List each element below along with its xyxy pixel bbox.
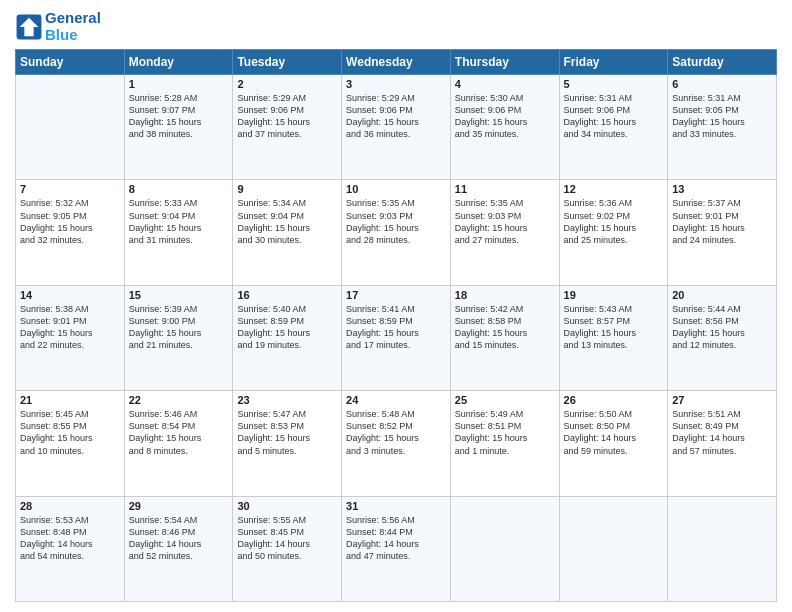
calendar-cell: 10Sunrise: 5:35 AM Sunset: 9:03 PM Dayli… <box>342 180 451 285</box>
day-number: 2 <box>237 78 337 90</box>
day-number: 24 <box>346 394 446 406</box>
day-number: 25 <box>455 394 555 406</box>
calendar-cell: 16Sunrise: 5:40 AM Sunset: 8:59 PM Dayli… <box>233 285 342 390</box>
cell-text: Sunrise: 5:32 AM Sunset: 9:05 PM Dayligh… <box>20 197 120 246</box>
day-header-sunday: Sunday <box>16 50 125 75</box>
day-number: 16 <box>237 289 337 301</box>
day-number: 28 <box>20 500 120 512</box>
day-number: 5 <box>564 78 664 90</box>
calendar-cell: 14Sunrise: 5:38 AM Sunset: 9:01 PM Dayli… <box>16 285 125 390</box>
logo: General Blue <box>15 10 101 43</box>
calendar-cell: 25Sunrise: 5:49 AM Sunset: 8:51 PM Dayli… <box>450 391 559 496</box>
calendar-cell: 27Sunrise: 5:51 AM Sunset: 8:49 PM Dayli… <box>668 391 777 496</box>
calendar-cell: 15Sunrise: 5:39 AM Sunset: 9:00 PM Dayli… <box>124 285 233 390</box>
cell-text: Sunrise: 5:38 AM Sunset: 9:01 PM Dayligh… <box>20 303 120 352</box>
calendar-cell: 5Sunrise: 5:31 AM Sunset: 9:06 PM Daylig… <box>559 75 668 180</box>
cell-text: Sunrise: 5:35 AM Sunset: 9:03 PM Dayligh… <box>346 197 446 246</box>
calendar-cell: 13Sunrise: 5:37 AM Sunset: 9:01 PM Dayli… <box>668 180 777 285</box>
cell-text: Sunrise: 5:53 AM Sunset: 8:48 PM Dayligh… <box>20 514 120 563</box>
cell-text: Sunrise: 5:37 AM Sunset: 9:01 PM Dayligh… <box>672 197 772 246</box>
cell-text: Sunrise: 5:28 AM Sunset: 9:07 PM Dayligh… <box>129 92 229 141</box>
calendar-cell: 31Sunrise: 5:56 AM Sunset: 8:44 PM Dayli… <box>342 496 451 601</box>
day-number: 12 <box>564 183 664 195</box>
day-header-monday: Monday <box>124 50 233 75</box>
cell-text: Sunrise: 5:43 AM Sunset: 8:57 PM Dayligh… <box>564 303 664 352</box>
day-number: 23 <box>237 394 337 406</box>
day-number: 6 <box>672 78 772 90</box>
day-header-wednesday: Wednesday <box>342 50 451 75</box>
calendar-cell: 29Sunrise: 5:54 AM Sunset: 8:46 PM Dayli… <box>124 496 233 601</box>
calendar-cell: 12Sunrise: 5:36 AM Sunset: 9:02 PM Dayli… <box>559 180 668 285</box>
calendar-table: SundayMondayTuesdayWednesdayThursdayFrid… <box>15 49 777 602</box>
cell-text: Sunrise: 5:39 AM Sunset: 9:00 PM Dayligh… <box>129 303 229 352</box>
cell-text: Sunrise: 5:42 AM Sunset: 8:58 PM Dayligh… <box>455 303 555 352</box>
cell-text: Sunrise: 5:48 AM Sunset: 8:52 PM Dayligh… <box>346 408 446 457</box>
logo-text: General Blue <box>45 10 101 43</box>
day-number: 7 <box>20 183 120 195</box>
cell-text: Sunrise: 5:29 AM Sunset: 9:06 PM Dayligh… <box>237 92 337 141</box>
day-number: 29 <box>129 500 229 512</box>
calendar-cell: 23Sunrise: 5:47 AM Sunset: 8:53 PM Dayli… <box>233 391 342 496</box>
cell-text: Sunrise: 5:45 AM Sunset: 8:55 PM Dayligh… <box>20 408 120 457</box>
day-number: 31 <box>346 500 446 512</box>
day-number: 15 <box>129 289 229 301</box>
day-number: 4 <box>455 78 555 90</box>
day-number: 1 <box>129 78 229 90</box>
cell-text: Sunrise: 5:41 AM Sunset: 8:59 PM Dayligh… <box>346 303 446 352</box>
cell-text: Sunrise: 5:47 AM Sunset: 8:53 PM Dayligh… <box>237 408 337 457</box>
calendar-cell: 9Sunrise: 5:34 AM Sunset: 9:04 PM Daylig… <box>233 180 342 285</box>
cell-text: Sunrise: 5:31 AM Sunset: 9:06 PM Dayligh… <box>564 92 664 141</box>
calendar-cell <box>450 496 559 601</box>
day-number: 9 <box>237 183 337 195</box>
calendar-cell: 19Sunrise: 5:43 AM Sunset: 8:57 PM Dayli… <box>559 285 668 390</box>
day-header-tuesday: Tuesday <box>233 50 342 75</box>
day-number: 27 <box>672 394 772 406</box>
calendar-week-3: 14Sunrise: 5:38 AM Sunset: 9:01 PM Dayli… <box>16 285 777 390</box>
calendar-week-2: 7Sunrise: 5:32 AM Sunset: 9:05 PM Daylig… <box>16 180 777 285</box>
calendar-week-5: 28Sunrise: 5:53 AM Sunset: 8:48 PM Dayli… <box>16 496 777 601</box>
day-number: 13 <box>672 183 772 195</box>
cell-text: Sunrise: 5:36 AM Sunset: 9:02 PM Dayligh… <box>564 197 664 246</box>
day-number: 22 <box>129 394 229 406</box>
cell-text: Sunrise: 5:46 AM Sunset: 8:54 PM Dayligh… <box>129 408 229 457</box>
calendar-week-4: 21Sunrise: 5:45 AM Sunset: 8:55 PM Dayli… <box>16 391 777 496</box>
cell-text: Sunrise: 5:35 AM Sunset: 9:03 PM Dayligh… <box>455 197 555 246</box>
day-number: 10 <box>346 183 446 195</box>
day-header-friday: Friday <box>559 50 668 75</box>
cell-text: Sunrise: 5:51 AM Sunset: 8:49 PM Dayligh… <box>672 408 772 457</box>
cell-text: Sunrise: 5:31 AM Sunset: 9:05 PM Dayligh… <box>672 92 772 141</box>
day-number: 21 <box>20 394 120 406</box>
cell-text: Sunrise: 5:44 AM Sunset: 8:56 PM Dayligh… <box>672 303 772 352</box>
day-header-saturday: Saturday <box>668 50 777 75</box>
cell-text: Sunrise: 5:56 AM Sunset: 8:44 PM Dayligh… <box>346 514 446 563</box>
calendar-cell: 21Sunrise: 5:45 AM Sunset: 8:55 PM Dayli… <box>16 391 125 496</box>
day-number: 19 <box>564 289 664 301</box>
calendar-cell: 3Sunrise: 5:29 AM Sunset: 9:06 PM Daylig… <box>342 75 451 180</box>
calendar-cell: 6Sunrise: 5:31 AM Sunset: 9:05 PM Daylig… <box>668 75 777 180</box>
page: General Blue SundayMondayTuesdayWednesda… <box>0 0 792 612</box>
calendar-cell: 26Sunrise: 5:50 AM Sunset: 8:50 PM Dayli… <box>559 391 668 496</box>
cell-text: Sunrise: 5:49 AM Sunset: 8:51 PM Dayligh… <box>455 408 555 457</box>
header: General Blue <box>15 10 777 43</box>
cell-text: Sunrise: 5:40 AM Sunset: 8:59 PM Dayligh… <box>237 303 337 352</box>
calendar-cell: 2Sunrise: 5:29 AM Sunset: 9:06 PM Daylig… <box>233 75 342 180</box>
calendar-cell: 1Sunrise: 5:28 AM Sunset: 9:07 PM Daylig… <box>124 75 233 180</box>
calendar-cell: 18Sunrise: 5:42 AM Sunset: 8:58 PM Dayli… <box>450 285 559 390</box>
logo-icon <box>15 13 43 41</box>
day-number: 14 <box>20 289 120 301</box>
calendar-cell: 24Sunrise: 5:48 AM Sunset: 8:52 PM Dayli… <box>342 391 451 496</box>
calendar-cell: 11Sunrise: 5:35 AM Sunset: 9:03 PM Dayli… <box>450 180 559 285</box>
day-number: 17 <box>346 289 446 301</box>
calendar-cell: 4Sunrise: 5:30 AM Sunset: 9:06 PM Daylig… <box>450 75 559 180</box>
calendar-week-1: 1Sunrise: 5:28 AM Sunset: 9:07 PM Daylig… <box>16 75 777 180</box>
cell-text: Sunrise: 5:29 AM Sunset: 9:06 PM Dayligh… <box>346 92 446 141</box>
calendar-header-row: SundayMondayTuesdayWednesdayThursdayFrid… <box>16 50 777 75</box>
calendar-cell: 20Sunrise: 5:44 AM Sunset: 8:56 PM Dayli… <box>668 285 777 390</box>
calendar-cell: 17Sunrise: 5:41 AM Sunset: 8:59 PM Dayli… <box>342 285 451 390</box>
cell-text: Sunrise: 5:54 AM Sunset: 8:46 PM Dayligh… <box>129 514 229 563</box>
calendar-cell <box>16 75 125 180</box>
calendar-cell: 30Sunrise: 5:55 AM Sunset: 8:45 PM Dayli… <box>233 496 342 601</box>
calendar-cell <box>668 496 777 601</box>
day-number: 18 <box>455 289 555 301</box>
calendar-cell: 7Sunrise: 5:32 AM Sunset: 9:05 PM Daylig… <box>16 180 125 285</box>
